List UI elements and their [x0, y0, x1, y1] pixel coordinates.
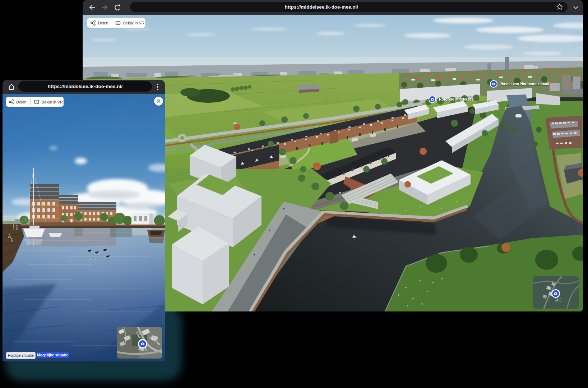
svg-text:SEE: SEE — [555, 298, 562, 302]
